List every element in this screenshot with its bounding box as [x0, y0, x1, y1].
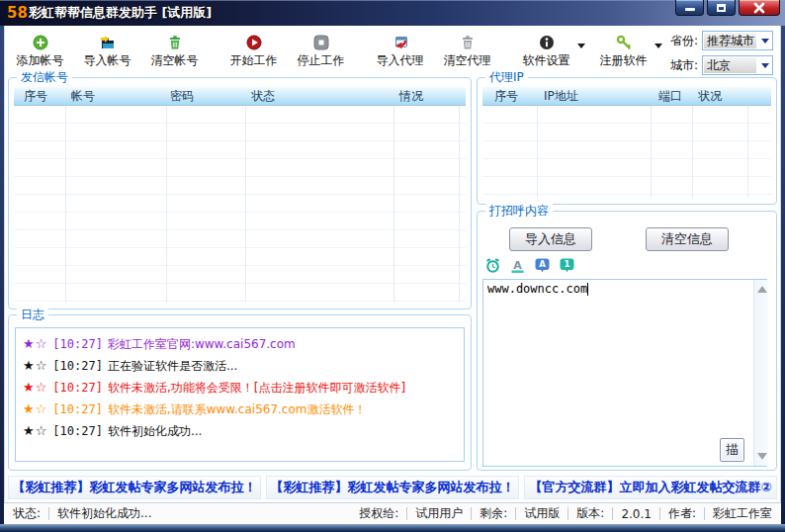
settings-dropdown-arrow[interactable] — [577, 44, 585, 52]
log-text: 正在验证软件是否激活... — [108, 359, 237, 373]
accounts-panel: 发信帐号 序号 帐号 密码 状态 情况 — [8, 77, 472, 310]
log-stars-icon: ★☆ — [23, 336, 47, 351]
svg-text:A: A — [513, 259, 522, 272]
accounts-panel-title: 发信帐号 — [17, 70, 72, 84]
log-text: 软件初始化成功... — [108, 424, 202, 438]
log-entry: ★☆[10:27]软件未激活,功能将会受限！[点击注册软件即可激活软件] — [23, 377, 457, 399]
stop-work-button[interactable]: 停止工作 — [293, 35, 349, 69]
message-text: www.downcc.com — [487, 282, 587, 296]
window-bottom-border — [0, 524, 785, 532]
client-area: 添加帐号 导入帐号 清空帐号 开始工作 停止工作 导入代理 — [4, 26, 781, 524]
text-caret — [587, 283, 588, 296]
add-account-button[interactable]: 添加帐号 — [12, 35, 68, 69]
maximize-button[interactable] — [707, 0, 736, 16]
clear-account-button[interactable]: 清空帐号 — [146, 35, 203, 69]
proxy-col-status[interactable]: 状况 — [698, 88, 722, 105]
import-proxy-icon — [392, 35, 408, 50]
software-settings-button[interactable]: 软件设置 — [518, 35, 574, 69]
svg-text:A: A — [539, 259, 546, 269]
promo-links-row: 【彩虹推荐】彩虹发帖专家多网站发布拉！ 【彩虹推荐】彩虹发帖专家多网站发布拉！ … — [6, 475, 779, 500]
accounts-col-account[interactable]: 帐号 — [71, 88, 95, 105]
toolbar: 添加帐号 导入帐号 清空帐号 开始工作 停止工作 导入代理 — [6, 28, 779, 75]
accounts-col-index[interactable]: 序号 — [24, 88, 47, 105]
register-software-label: 注册软件 — [600, 52, 648, 69]
log-stars-icon: ★☆ — [23, 380, 47, 395]
close-icon — [753, 2, 765, 14]
proxy-panel: 代理IP 序号 IP地址 端口 状况 — [477, 77, 777, 205]
proxy-col-index[interactable]: 序号 — [494, 88, 518, 105]
licensed-to-label: 授权给: — [359, 505, 398, 522]
import-proxy-label: 导入代理 — [377, 52, 424, 69]
log-list[interactable]: ★☆[10:27]彩虹工作室官网:www.cai567.com ★☆[10:27… — [15, 327, 465, 462]
log-stars-icon: ★☆ — [23, 401, 47, 416]
accounts-table-header[interactable]: 序号 帐号 密码 状态 情况 — [14, 86, 466, 106]
status-value: 软件初始化成功... — [57, 505, 351, 522]
author-label: 作者: — [668, 505, 696, 522]
svg-text:1: 1 — [565, 259, 570, 269]
province-dropdown-arrow[interactable] — [757, 32, 772, 49]
font-color-icon[interactable]: A — [509, 257, 526, 274]
clear-message-button[interactable]: 清空信息 — [646, 227, 729, 251]
city-dropdown-arrow[interactable] — [757, 56, 772, 74]
licensed-to-value: 试用用户 — [415, 505, 463, 522]
log-text: 彩虹工作室官网:www.cai567.com — [108, 337, 296, 351]
proxy-table-body[interactable] — [482, 106, 771, 198]
city-value: 北京 — [704, 57, 756, 73]
log-time: [10:27] — [52, 424, 103, 438]
promo-link-1[interactable]: 【彩虹推荐】彩虹发帖专家多网站发布拉！ — [8, 476, 261, 499]
clear-proxy-button[interactable]: 清空代理 — [439, 35, 495, 69]
region-select: 省份: 推荐城市 城市: 北京 — [670, 31, 773, 75]
register-dropdown-arrow[interactable] — [654, 44, 662, 52]
log-time: [10:27] — [52, 359, 103, 373]
accounts-table-body[interactable] — [14, 106, 466, 303]
clear-account-label: 清空帐号 — [151, 52, 199, 69]
close-button[interactable] — [739, 0, 780, 16]
scroll-up-icon[interactable] — [757, 286, 767, 293]
proxy-table-header[interactable]: 序号 IP地址 端口 状况 — [482, 86, 771, 106]
promo-link-2[interactable]: 【彩虹推荐】彩虹发帖专家多网站发布拉！ — [266, 476, 519, 499]
log-entry: ★☆[10:27]彩虹工作室官网:www.cai567.com — [23, 333, 457, 355]
import-account-button[interactable]: 导入帐号 — [79, 35, 135, 69]
promo-link-official-group[interactable]: 【官方交流群】立即加入彩虹发帖交流群② — [524, 476, 777, 499]
log-time: [10:27] — [52, 381, 103, 395]
miao-corner-button[interactable]: 描 — [720, 438, 744, 462]
log-entry: ★☆[10:27]正在验证软件是否激活... — [23, 355, 457, 377]
import-message-button[interactable]: 导入信息 — [509, 227, 592, 251]
start-work-label: 开始工作 — [230, 52, 278, 69]
format-toolbar: A A 1 — [484, 257, 575, 274]
log-panel-title: 日志 — [17, 308, 48, 321]
settings-info-icon — [539, 35, 555, 50]
start-work-button[interactable]: 开始工作 — [225, 35, 282, 69]
timer-clock-icon[interactable] — [484, 257, 501, 274]
message-scrollbar[interactable] — [753, 280, 768, 466]
remaining-value: 试用版 — [524, 505, 560, 522]
city-label: 城市: — [670, 57, 698, 74]
software-settings-label: 软件设置 — [523, 52, 570, 69]
minimize-button[interactable] — [675, 0, 704, 16]
add-account-icon — [33, 35, 48, 50]
bubble-letter-icon[interactable]: A — [534, 257, 551, 274]
import-account-label: 导入帐号 — [84, 52, 131, 69]
titlebar[interactable]: 58 彩虹帮帮信息群发助手 [试用版] — [0, 0, 785, 26]
clear-proxy-icon — [460, 35, 476, 50]
log-text: 软件未激活,请联系www.cai567.com激活软件！ — [108, 402, 367, 416]
status-label: 状态: — [13, 505, 41, 522]
accounts-col-password[interactable]: 密码 — [170, 88, 194, 105]
window-controls — [675, 0, 780, 16]
register-software-button[interactable]: 注册软件 — [595, 35, 652, 69]
clear-account-icon — [167, 35, 183, 50]
log-panel: 日志 ★☆[10:27]彩虹工作室官网:www.cai567.com ★☆[10… — [8, 314, 472, 471]
scroll-down-icon[interactable] — [757, 453, 767, 460]
province-label: 省份: — [670, 33, 698, 49]
proxy-col-port[interactable]: 端口 — [658, 88, 682, 105]
import-proxy-button[interactable]: 导入代理 — [372, 35, 428, 69]
accounts-col-detail[interactable]: 情况 — [399, 88, 423, 105]
city-combobox[interactable]: 北京 — [702, 55, 773, 75]
stop-work-label: 停止工作 — [298, 52, 345, 69]
app-logo-58: 58 — [7, 4, 28, 22]
province-combobox[interactable]: 推荐城市 — [702, 31, 773, 50]
log-stars-icon: ★☆ — [23, 423, 47, 438]
proxy-col-ip[interactable]: IP地址 — [544, 88, 578, 105]
accounts-col-status[interactable]: 状态 — [251, 88, 275, 105]
bubble-number-icon[interactable]: 1 — [559, 257, 575, 274]
